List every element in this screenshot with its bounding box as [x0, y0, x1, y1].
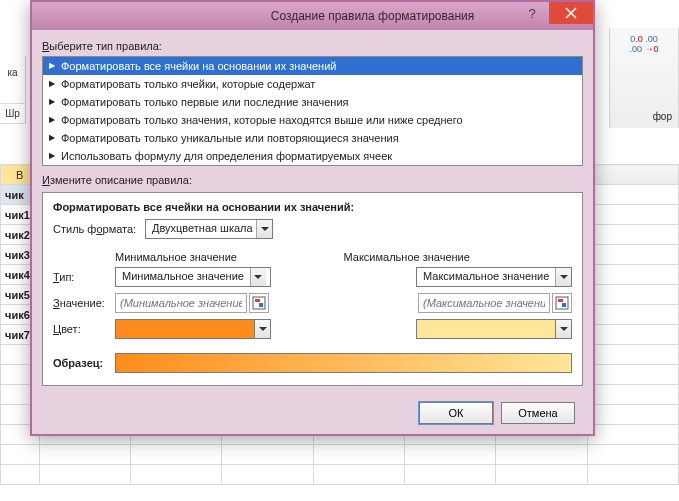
rule-type-text: Использовать формулу для определения фор…	[61, 150, 392, 162]
rule-type-text: Форматировать только значения, которые н…	[61, 114, 463, 126]
max-value-input[interactable]	[419, 294, 549, 312]
svg-rect-1	[255, 299, 260, 302]
close-icon	[565, 7, 577, 19]
min-value-input[interactable]	[116, 294, 246, 312]
description-heading: Форматировать все ячейки на основании их…	[53, 201, 572, 213]
range-select-icon	[252, 296, 266, 310]
min-column-header: Минимальное значение	[115, 251, 344, 263]
arrow-right-icon: ▶	[49, 98, 55, 106]
arrow-right-icon: ▶	[49, 152, 55, 160]
rule-type-text: Форматировать только ячейки, которые сод…	[61, 78, 315, 90]
chevron-down-icon[interactable]	[556, 319, 572, 339]
svg-rect-2	[259, 303, 263, 307]
max-type-combo[interactable]: Максимальное значение	[416, 267, 572, 287]
titlebar[interactable]: Создание правила форматирования ?	[32, 2, 593, 30]
dialog-title: Создание правила форматирования	[271, 9, 475, 23]
close-button[interactable]	[549, 2, 593, 24]
rule-type-item[interactable]: ▶ Форматировать только ячейки, которые с…	[43, 75, 582, 93]
chevron-down-icon[interactable]	[555, 268, 571, 286]
range-select-icon	[555, 296, 569, 310]
rule-type-item[interactable]: ▶ Форматировать только уникальные или по…	[43, 129, 582, 147]
format-style-label: Стиль формата:	[53, 223, 145, 235]
cancel-button[interactable]: Отмена	[501, 402, 575, 424]
max-column-header: Максимальное значение	[344, 251, 573, 263]
dialog-footer: ОК Отмена	[42, 392, 583, 424]
ribbon-group-label: фор	[653, 111, 672, 122]
value-label: Значение:	[53, 297, 115, 309]
sample-label: Образец:	[53, 357, 115, 369]
dialog-new-formatting-rule: Создание правила форматирования ? Выбери…	[30, 0, 595, 436]
chevron-down-icon[interactable]	[250, 268, 266, 286]
arrow-right-icon: ▶	[49, 116, 55, 124]
sample-gradient-preview	[115, 353, 572, 373]
min-color-swatch	[115, 319, 255, 339]
ok-button[interactable]: ОК	[419, 402, 493, 424]
rule-type-label: Выберите тип правила:	[42, 40, 583, 52]
min-ref-button[interactable]	[249, 293, 269, 313]
max-color-swatch	[416, 319, 556, 339]
rule-type-item[interactable]: ▶ Форматировать все ячейки на основании …	[43, 57, 582, 75]
rule-type-text: Форматировать все ячейки на основании их…	[61, 60, 336, 72]
chevron-down-icon[interactable]	[255, 319, 271, 339]
svg-rect-4	[558, 299, 563, 302]
arrow-right-icon: ▶	[49, 80, 55, 88]
min-color-combo[interactable]	[115, 319, 271, 339]
rule-type-text: Форматировать только уникальные или повт…	[61, 132, 399, 144]
svg-rect-5	[562, 303, 566, 307]
max-value-input-wrap	[418, 293, 550, 313]
rule-description-panel: Форматировать все ячейки на основании их…	[42, 192, 583, 386]
min-value-input-wrap	[115, 293, 247, 313]
rule-type-list[interactable]: ▶ Форматировать все ячейки на основании …	[42, 56, 583, 166]
increase-decrease-decimal-icon[interactable]: 0.0 .00 .00 →0	[610, 34, 678, 54]
arrow-right-icon: ▶	[49, 134, 55, 142]
format-style-combo[interactable]: Двухцветная шкала	[145, 219, 273, 239]
rule-type-item[interactable]: ▶ Форматировать только значения, которые…	[43, 111, 582, 129]
max-color-combo[interactable]	[416, 319, 572, 339]
col-header[interactable]	[587, 165, 678, 185]
edit-description-label: Измените описание правила:	[42, 174, 583, 186]
rule-type-item[interactable]: ▶ Форматировать только первые или послед…	[43, 93, 582, 111]
arrow-right-icon: ▶	[49, 62, 55, 70]
ribbon-fragment: 0.0 .00 .00 →0 фор	[609, 28, 679, 128]
color-label: Цвет:	[53, 323, 115, 335]
max-ref-button[interactable]	[552, 293, 572, 313]
left-fragment: ка Шр	[0, 56, 26, 124]
help-button[interactable]: ?	[515, 2, 549, 24]
type-label: Тип:	[53, 271, 115, 283]
rule-type-text: Форматировать только первые или последни…	[61, 96, 349, 108]
chevron-down-icon[interactable]	[256, 220, 272, 238]
format-style-value: Двухцветная шкала	[146, 220, 256, 238]
rule-type-item[interactable]: ▶ Использовать формулу для определения ф…	[43, 147, 582, 165]
min-type-combo[interactable]: Минимальное значение	[115, 267, 271, 287]
